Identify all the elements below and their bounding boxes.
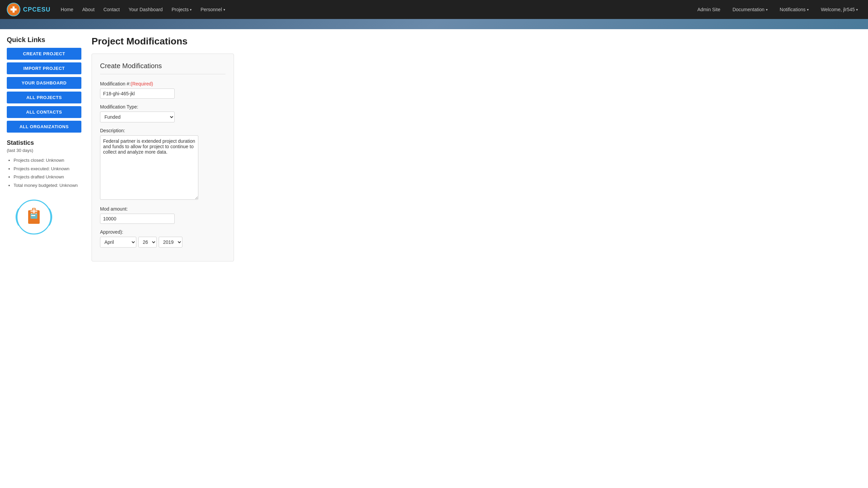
import-project-button[interactable]: IMPORT PROJECT	[7, 62, 81, 74]
navbar: CPCESU Home About Contact Your Dashboard…	[0, 0, 868, 19]
nav-right: Admin Site Documentation ▾ Notifications…	[694, 5, 861, 14]
nav-documentation[interactable]: Documentation ▾	[729, 5, 771, 14]
nav-contact[interactable]: Contact	[100, 5, 123, 14]
brand-text: CPCESU	[23, 6, 51, 13]
main-area: Project Modifications Create Modificatio…	[92, 36, 468, 261]
nav-home[interactable]: Home	[57, 5, 77, 14]
svg-rect-1	[11, 8, 17, 11]
list-item: Projects closed: Unknown	[14, 156, 81, 165]
nav-links: Home About Contact Your Dashboard Projec…	[57, 5, 694, 14]
approved-day-select[interactable]: 12345 678910 1112131415 1617181920 21222…	[138, 237, 157, 248]
main-content: Quick Links CREATE PROJECT IMPORT PROJEC…	[0, 29, 475, 268]
description-label: Description:	[100, 128, 225, 133]
list-item: Projects drafted Unknown	[14, 173, 81, 181]
statistics-section: Statistics (last 30 days) Projects close…	[7, 139, 81, 190]
list-item: Projects executed: Unknown	[14, 165, 81, 173]
approved-label: Approved):	[100, 229, 225, 235]
nav-notifications[interactable]: Notifications ▾	[776, 5, 812, 14]
all-contacts-button[interactable]: ALL CONTACTS	[7, 106, 81, 118]
nav-welcome[interactable]: Welcome, jlr545 ▾	[817, 5, 861, 14]
approved-month-select[interactable]: January February March April May June Ju…	[100, 237, 136, 248]
quick-links-title: Quick Links	[7, 36, 81, 44]
nav-projects[interactable]: Projects ▾	[168, 5, 195, 14]
modification-type-group: Modification Type: Funded No-Cost Extens…	[100, 104, 225, 122]
modification-number-group: Modification #:(Required)	[100, 81, 225, 99]
approved-group: Approved): January February March April …	[100, 229, 225, 248]
nav-admin-site[interactable]: Admin Site	[694, 5, 724, 14]
svg-rect-10	[31, 210, 37, 212]
your-dashboard-button[interactable]: YOUR DASHBOARD	[7, 77, 81, 89]
mod-amount-group: Mod amount:	[100, 206, 225, 224]
modification-number-input[interactable]	[100, 89, 175, 99]
all-projects-button[interactable]: ALL PROJECTS	[7, 92, 81, 103]
date-group: January February March April May June Ju…	[100, 237, 225, 248]
sidebar: Quick Links CREATE PROJECT IMPORT PROJEC…	[7, 36, 81, 261]
hero-banner	[0, 19, 868, 29]
form-card: Create Modifications Modification #:(Req…	[92, 54, 234, 261]
all-organizations-button[interactable]: ALL ORGANIZATIONS	[7, 121, 81, 133]
nav-about[interactable]: About	[79, 5, 98, 14]
approved-year-select[interactable]: 2017 2018 2019 2020 2021 2022 2023	[159, 237, 182, 248]
projects-dropdown-arrow: ▾	[190, 8, 192, 12]
description-group: Description: Federal partner is extended…	[100, 128, 225, 201]
nav-dashboard[interactable]: Your Dashboard	[125, 5, 166, 14]
svg-rect-6	[31, 215, 35, 216]
brand-logo[interactable]: CPCESU	[7, 3, 51, 16]
form-card-title: Create Modifications	[100, 62, 225, 74]
statistics-list: Projects closed: Unknown Projects execut…	[7, 156, 81, 190]
sidebar-logo	[7, 197, 61, 237]
statistics-period: (last 30 days)	[7, 148, 81, 153]
statistics-title: Statistics	[7, 139, 81, 147]
mod-amount-label: Mod amount:	[100, 206, 225, 212]
logo-icon	[7, 3, 20, 16]
modification-number-label: Modification #:(Required)	[100, 81, 225, 86]
page-title: Project Modifications	[92, 36, 468, 47]
create-project-button[interactable]: CREATE PROJECT	[7, 48, 81, 60]
notifications-dropdown-arrow: ▾	[807, 8, 809, 12]
welcome-dropdown-arrow: ▾	[856, 8, 858, 12]
modification-type-select[interactable]: Funded No-Cost Extension Scope Change Bu…	[100, 112, 175, 122]
nav-personnel[interactable]: Personnel ▾	[197, 5, 228, 14]
personnel-dropdown-arrow: ▾	[223, 8, 225, 12]
mod-amount-input[interactable]	[100, 214, 175, 224]
documentation-dropdown-arrow: ▾	[766, 8, 768, 12]
modification-type-label: Modification Type:	[100, 104, 225, 110]
list-item: Total money budgeted: Unknown	[14, 181, 81, 190]
description-textarea[interactable]: Federal partner is extended project dura…	[100, 135, 198, 200]
